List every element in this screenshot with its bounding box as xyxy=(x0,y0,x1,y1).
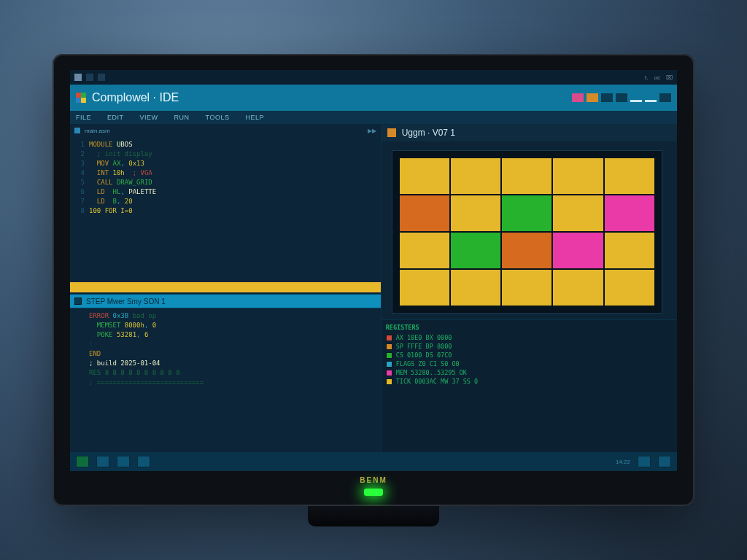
task-item[interactable] xyxy=(96,456,109,467)
section-band[interactable]: STEP Mwer Smy SON 1 xyxy=(70,294,381,308)
code-line[interactable]: 1MODULE UBOS xyxy=(74,140,376,149)
menu-file[interactable]: FILE xyxy=(76,114,91,121)
code-line[interactable]: ; =========================== xyxy=(74,378,376,387)
palette-cell[interactable] xyxy=(451,270,500,306)
app-title: Complowel · IDE xyxy=(92,91,179,104)
console-line: SP FFFE BP 8000 xyxy=(386,342,673,351)
window-controls xyxy=(572,93,671,102)
swatch-icon xyxy=(386,352,392,359)
swatch-icon xyxy=(386,343,392,350)
tray-icon[interactable] xyxy=(74,74,82,81)
palette-cell[interactable] xyxy=(400,195,449,231)
swatch-icon xyxy=(386,370,392,376)
taskbar: 14:22 xyxy=(70,452,677,471)
swatch-icon xyxy=(386,378,392,385)
preview-header: Uggm · V07 1 xyxy=(382,124,677,141)
window-tray: t. oc ⌧ xyxy=(70,70,677,85)
tray-item[interactable] xyxy=(658,456,671,467)
preview-icon xyxy=(387,128,396,137)
swatch-icon xyxy=(386,335,392,341)
menu-view[interactable]: VIEW xyxy=(140,114,158,121)
console-pane[interactable]: REGISTERS AX 10E0 BX 0000SP FFFE BP 8000… xyxy=(382,319,677,452)
menu-edit[interactable]: EDIT xyxy=(107,114,124,121)
code-line[interactable]: : xyxy=(74,340,376,349)
window-control[interactable] xyxy=(659,93,671,102)
code-line[interactable]: 5 CALL DRAW_GRID xyxy=(74,178,376,187)
palette-cell[interactable] xyxy=(502,233,551,268)
task-item[interactable] xyxy=(117,456,130,467)
code-line[interactable]: 6 LD HL, PALETTE xyxy=(74,187,376,197)
palette-cell[interactable] xyxy=(605,158,654,194)
menu-run[interactable]: RUN xyxy=(174,114,190,121)
app-logo-icon xyxy=(76,93,86,103)
start-button[interactable] xyxy=(76,456,89,467)
code-line[interactable]: ERROR 0x3B bad op xyxy=(74,311,376,321)
palette-cell[interactable] xyxy=(502,270,551,306)
file-tab-label: main.asm xyxy=(85,128,110,134)
console-header: REGISTERS xyxy=(386,323,673,332)
tray-icon[interactable] xyxy=(86,74,93,81)
code-line[interactable]: 7 LD B, 20 xyxy=(74,197,376,206)
section-icon xyxy=(74,298,82,305)
palette-cell[interactable] xyxy=(451,233,500,268)
code-tab[interactable]: main.asm ▶▶ xyxy=(70,124,381,137)
palette-cell[interactable] xyxy=(502,195,551,231)
palette-grid[interactable] xyxy=(400,158,654,306)
code-pane: main.asm ▶▶ 1MODULE UBOS2 ; init display… xyxy=(70,124,382,452)
code-line[interactable]: MEMSET 8000h, 0 xyxy=(74,321,376,330)
tray-item[interactable] xyxy=(638,456,651,467)
palette-cell[interactable] xyxy=(553,195,603,231)
code-editor-top[interactable]: 1MODULE UBOS2 ; init display3 MOV AX, 0x… xyxy=(70,137,381,281)
taskbar-clock: 14:22 xyxy=(616,459,630,465)
right-column: Uggm · V07 1 REGISTERS AX 10E0 BX 0000SP… xyxy=(382,124,677,452)
titlebar[interactable]: Complowel · IDE xyxy=(70,85,677,111)
monitor-brand: BENM xyxy=(360,476,387,484)
run-marker-icon[interactable]: ▶▶ xyxy=(368,128,376,134)
menu-help[interactable]: HELP xyxy=(245,114,264,121)
screen: t. oc ⌧ Complowel · IDE FILEEDITVIEWRUNT… xyxy=(70,70,677,471)
workspace: main.asm ▶▶ 1MODULE UBOS2 ; init display… xyxy=(70,124,677,452)
console-line: FLAGS Z0 C1 S0 O0 xyxy=(386,359,673,368)
tray-icon[interactable] xyxy=(98,74,105,81)
code-line[interactable]: 2 ; init display xyxy=(74,149,376,159)
task-item[interactable] xyxy=(137,456,150,467)
window-control[interactable] xyxy=(601,93,613,102)
section-label: STEP Mwer Smy SON 1 xyxy=(86,298,166,306)
console-line: MEM 53280..53295 OK xyxy=(386,368,673,377)
console-line: CS 0100 DS 07C0 xyxy=(386,351,673,359)
palette-cell[interactable] xyxy=(553,233,603,268)
palette-cell[interactable] xyxy=(605,195,654,231)
close-button[interactable] xyxy=(572,93,584,102)
palette-cell[interactable] xyxy=(553,158,603,194)
swatch-icon xyxy=(386,361,392,368)
window-control[interactable] xyxy=(616,93,627,102)
code-line[interactable]: 3 MOV AX, 0x13 xyxy=(74,159,376,168)
code-line[interactable]: ; build 2025-01-04 xyxy=(74,359,376,368)
palette-cell[interactable] xyxy=(451,158,500,194)
console-line: TICK 0003AC MW 37 SS 0 xyxy=(386,377,673,386)
code-line[interactable]: 4 INT 10h ; VGA xyxy=(74,168,376,178)
monitor-bezel: BENM t. oc ⌧ Complowel · IDE FILEEDITVIE… xyxy=(53,54,694,506)
palette-cell[interactable] xyxy=(451,195,500,231)
preview-pane xyxy=(382,141,677,319)
highlighted-line[interactable] xyxy=(70,282,381,292)
palette-cell[interactable] xyxy=(400,270,449,306)
preview-frame xyxy=(392,150,662,314)
palette-cell[interactable] xyxy=(605,233,654,268)
palette-cell[interactable] xyxy=(400,158,449,194)
code-editor-bottom[interactable]: ERROR 0x3B bad op MEMSET 8000h, 0 POKE 5… xyxy=(70,308,381,452)
palette-cell[interactable] xyxy=(553,270,603,306)
minimize-button[interactable] xyxy=(645,93,657,102)
code-line[interactable]: END xyxy=(74,349,376,359)
code-line[interactable]: POKE 53281, 6 xyxy=(74,330,376,340)
file-icon xyxy=(74,128,80,133)
menu-tools[interactable]: TOOLS xyxy=(206,114,230,121)
code-line[interactable]: RES 8 8 8 8 8 8 8 8 8 8 xyxy=(74,368,376,378)
palette-cell[interactable] xyxy=(502,158,551,194)
minimize-button[interactable] xyxy=(630,93,642,102)
palette-cell[interactable] xyxy=(605,270,654,306)
palette-cell[interactable] xyxy=(400,233,449,268)
window-control[interactable] xyxy=(587,93,598,102)
code-line[interactable]: 8100 FOR I=0 xyxy=(74,206,376,216)
power-led-icon xyxy=(364,489,383,496)
